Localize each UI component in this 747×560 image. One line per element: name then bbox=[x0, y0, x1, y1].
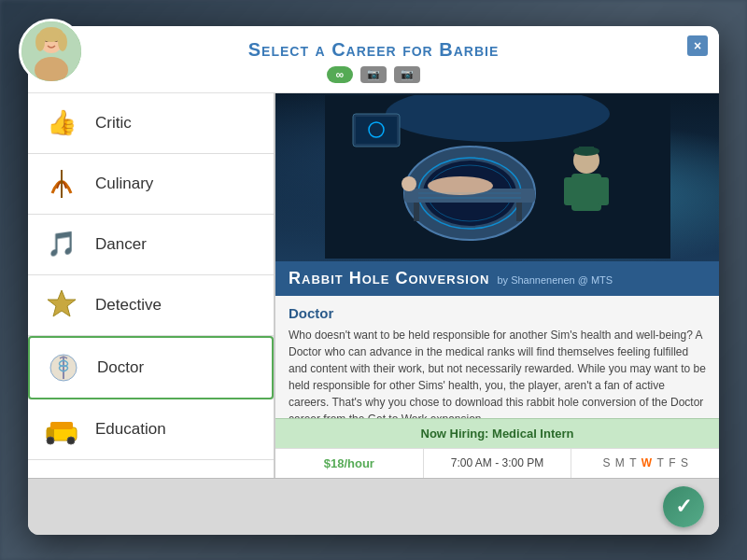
career-item-detective[interactable]: Detective bbox=[28, 275, 274, 336]
career-title-text: Rabbit Hole Conversion bbox=[289, 269, 489, 288]
hiring-label: Now Hiring: Medical Intern bbox=[421, 427, 574, 441]
confirm-button[interactable]: ✓ bbox=[663, 486, 704, 527]
modal-footer: ✓ bbox=[28, 478, 719, 535]
stat-hours: 7:00 AM - 3:00 PM bbox=[424, 449, 572, 478]
svg-point-15 bbox=[67, 437, 75, 444]
career-label-education: Education bbox=[95, 420, 166, 439]
svg-rect-33 bbox=[564, 177, 575, 205]
career-item-critic[interactable]: 👍 Critic bbox=[28, 93, 274, 154]
day-w: W bbox=[641, 456, 652, 469]
svg-rect-29 bbox=[414, 203, 419, 221]
camera-icon-2[interactable]: 📷 bbox=[394, 66, 420, 83]
career-image bbox=[275, 93, 719, 261]
career-label-critic: Critic bbox=[95, 114, 132, 133]
education-icon bbox=[39, 407, 84, 452]
day-s2: S bbox=[681, 456, 688, 469]
modal-body: 👍 Critic Culinary 🎵 Dancer bbox=[28, 93, 719, 478]
close-button[interactable]: × bbox=[687, 35, 708, 56]
career-item-entertainer[interactable]: Entertainer bbox=[28, 460, 274, 478]
svg-rect-34 bbox=[598, 177, 609, 205]
career-list: 👍 Critic Culinary 🎵 Dancer bbox=[28, 93, 275, 478]
svg-point-28 bbox=[402, 176, 416, 191]
hiring-bar: Now Hiring: Medical Intern bbox=[275, 418, 719, 448]
career-detail-panel: Rabbit Hole Conversion by Shannenenen @ … bbox=[275, 93, 719, 478]
career-item-dancer[interactable]: 🎵 Dancer bbox=[28, 215, 274, 275]
day-t1: T bbox=[629, 456, 636, 469]
career-item-doctor[interactable]: Doctor bbox=[28, 336, 274, 399]
svg-point-14 bbox=[47, 437, 54, 444]
svg-rect-32 bbox=[571, 174, 601, 211]
critic-icon: 👍 bbox=[39, 101, 84, 146]
stat-days: S M T W T F S bbox=[571, 449, 719, 478]
svg-point-6 bbox=[35, 33, 45, 51]
pay-value: $18/hour bbox=[324, 456, 374, 470]
infinity-icon[interactable]: ∞ bbox=[327, 66, 353, 83]
career-description-area: Doctor Who doesn't want to be held respo… bbox=[275, 296, 719, 418]
stat-pay: $18/hour bbox=[275, 449, 424, 478]
career-label-doctor: Doctor bbox=[97, 358, 144, 377]
detective-icon bbox=[39, 283, 84, 328]
day-t2: T bbox=[657, 456, 664, 469]
career-stats: $18/hour 7:00 AM - 3:00 PM S M T W T F S bbox=[275, 448, 719, 478]
career-label-culinary: Culinary bbox=[95, 175, 153, 193]
svg-point-7 bbox=[58, 33, 67, 51]
confirm-icon: ✓ bbox=[675, 495, 692, 519]
svg-point-27 bbox=[428, 176, 493, 195]
avatar bbox=[19, 19, 84, 84]
camera-icon-1[interactable]: 📷 bbox=[360, 66, 387, 83]
day-m: M bbox=[615, 456, 625, 469]
dancer-icon: 🎵 bbox=[39, 222, 84, 267]
svg-rect-36 bbox=[579, 147, 594, 154]
career-label-detective: Detective bbox=[95, 296, 162, 315]
svg-rect-16 bbox=[50, 422, 73, 429]
svg-rect-38 bbox=[356, 117, 397, 144]
header-icons: ∞ 📷 📷 bbox=[47, 66, 700, 83]
svg-marker-9 bbox=[48, 290, 76, 316]
svg-rect-30 bbox=[516, 203, 522, 221]
day-f: F bbox=[669, 456, 675, 469]
entertainer-icon bbox=[39, 468, 84, 478]
modal-title: Select a Career for Barbie bbox=[47, 39, 700, 61]
career-item-education[interactable]: Education bbox=[28, 399, 274, 460]
career-item-culinary[interactable]: Culinary bbox=[28, 154, 274, 215]
career-subtitle: by Shannenenen @ MTS bbox=[497, 274, 613, 286]
mri-scene bbox=[275, 93, 719, 261]
modal-header: Select a Career for Barbie × ∞ 📷 📷 bbox=[28, 26, 719, 93]
career-desc-text: Who doesn't want to be held responsible … bbox=[289, 327, 706, 418]
hours-value: 7:00 AM - 3:00 PM bbox=[451, 456, 543, 469]
doctor-icon bbox=[41, 345, 86, 390]
career-title-bar: Rabbit Hole Conversion by Shannenenen @ … bbox=[275, 261, 719, 296]
career-select-modal: Select a Career for Barbie × ∞ 📷 📷 👍 Cri… bbox=[28, 26, 719, 535]
culinary-icon bbox=[39, 161, 84, 206]
day-s1: S bbox=[602, 456, 610, 469]
career-label-dancer: Dancer bbox=[95, 235, 147, 254]
career-desc-title: Doctor bbox=[289, 305, 706, 321]
